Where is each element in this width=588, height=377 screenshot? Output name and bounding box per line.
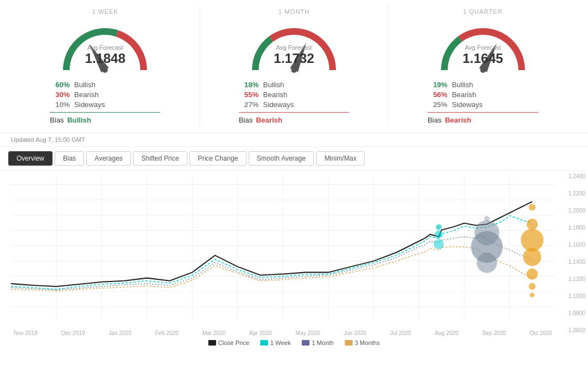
gauge-panel-quarter: 1 QUARTER Avg Forecast 1.1645 19% Bul: [388, 6, 577, 127]
avg-label-month: Avg Forecast: [274, 44, 314, 51]
sideways-pct-quarter: 25%: [428, 100, 448, 109]
y-axis-label: 1.1800: [558, 225, 585, 231]
divider-week: [50, 112, 160, 113]
gauge-title-week: 1 WEEK: [92, 8, 119, 15]
bullish-label-month: Bullish: [263, 81, 284, 89]
legend-label: 1 Week: [270, 339, 291, 346]
bias-label-week: Bias: [50, 116, 64, 124]
legend-color-box: [345, 340, 353, 346]
gauge-panel-week: 1 WEEK Avg Forecast 1.1848 60% Bullis: [11, 6, 200, 127]
bearish-pct-week: 30%: [50, 91, 70, 99]
divider-quarter: [428, 112, 538, 113]
bearish-pct-quarter: 56%: [428, 91, 448, 99]
x-axis-label: Oct 2020: [529, 330, 552, 336]
bias-word-quarter: Bearish: [445, 116, 471, 124]
tab-smooth-average[interactable]: Smooth Average: [249, 151, 314, 166]
legend-item-3-months: 3 Months: [345, 339, 380, 346]
svg-point-38: [529, 283, 536, 290]
gauge-title-quarter: 1 QUARTER: [463, 8, 503, 15]
tab-shifted-price[interactable]: Shifted Price: [133, 151, 187, 166]
avg-value-quarter: 1.1645: [463, 51, 503, 66]
bias-word-week: Bullish: [67, 116, 91, 124]
svg-point-37: [527, 268, 538, 280]
divider-month: [239, 112, 349, 113]
x-axis-label: Nov 2019: [14, 330, 38, 336]
y-axis: 1.24001.22001.20001.18001.16001.14001.12…: [555, 171, 588, 336]
x-axis-label: Jan 2020: [109, 330, 132, 336]
x-axis-label: May 2020: [296, 330, 320, 336]
svg-point-33: [529, 204, 536, 210]
bearish-label-week: Bearish: [74, 91, 98, 99]
y-axis-label: 1.1600: [558, 242, 585, 248]
legend-item-close-price: Close Price: [208, 339, 249, 346]
bullish-pct-month: 18%: [239, 81, 259, 89]
tab-averages[interactable]: Averages: [86, 151, 130, 166]
bullish-label-quarter: Bullish: [452, 81, 473, 89]
legend-bar: Close Price1 Week1 Month3 Months: [0, 336, 588, 349]
svg-point-34: [527, 219, 538, 230]
sideways-label-month: Sideways: [263, 100, 294, 109]
svg-point-32: [477, 253, 497, 273]
top-section: 1 WEEK Avg Forecast 1.1848 60% Bullis: [0, 0, 588, 133]
x-axis: Nov 2019Dec 2019Jan 2020Feb 2020Mar 2020…: [11, 330, 555, 336]
tab-bias[interactable]: Bias: [55, 151, 84, 166]
svg-point-39: [530, 293, 534, 297]
x-axis-label: Dec 2019: [61, 330, 85, 336]
avg-label-quarter: Avg Forecast: [463, 44, 503, 51]
tab-overview[interactable]: Overview: [8, 151, 53, 166]
legend-color-box: [260, 340, 268, 346]
sideways-label-week: Sideways: [74, 100, 105, 109]
svg-point-5: [480, 67, 486, 73]
chart-svg: [11, 173, 555, 326]
x-axis-label: Mar 2020: [202, 330, 225, 336]
x-axis-label: Sep 2020: [482, 330, 506, 336]
y-axis-label: 1.0600: [558, 327, 585, 333]
sideways-pct-month: 27%: [239, 100, 259, 109]
svg-point-3: [291, 67, 297, 73]
legend-item-1-week: 1 Week: [260, 339, 291, 346]
svg-point-26: [436, 224, 442, 230]
gauge-panel-month: 1 MONTH Avg Forecast 1.1732 18% Bulli: [200, 6, 389, 127]
y-axis-label: 1.0800: [558, 310, 585, 316]
svg-point-28: [434, 239, 444, 249]
updated-bar: Updated Aug 7, 15:00 GMT: [0, 133, 588, 147]
legend-item-1-month: 1 Month: [302, 339, 334, 346]
y-axis-label: 1.2400: [558, 173, 585, 179]
x-axis-label: Apr 2020: [249, 330, 272, 336]
x-axis-label: Jun 2020: [344, 330, 366, 336]
y-axis-label: 1.2000: [558, 208, 585, 214]
bias-label-quarter: Bias: [428, 116, 442, 124]
gauge-title-month: 1 MONTH: [279, 8, 310, 15]
tab-minim-max[interactable]: Minim/Max: [316, 151, 365, 166]
legend-color-box: [302, 340, 309, 346]
avg-label-week: Avg Forecast: [85, 44, 125, 51]
sideways-pct-week: 10%: [50, 100, 70, 109]
bearish-pct-month: 55%: [239, 91, 259, 99]
svg-point-1: [102, 67, 108, 73]
bullish-pct-week: 60%: [50, 81, 70, 89]
bullish-pct-quarter: 19%: [428, 81, 448, 89]
bullish-label-week: Bullish: [74, 81, 95, 89]
bias-label-month: Bias: [239, 116, 253, 124]
legend-color-box: [208, 340, 216, 346]
y-axis-label: 1.1400: [558, 259, 585, 265]
bias-word-month: Bearish: [256, 116, 282, 124]
legend-label: Close Price: [218, 339, 249, 346]
bearish-label-month: Bearish: [263, 91, 287, 99]
updated-text: Updated Aug 7, 15:00 GMT: [11, 136, 85, 143]
legend-label: 1 Month: [312, 339, 334, 346]
x-axis-label: Feb 2020: [155, 330, 179, 336]
y-axis-label: 1.1000: [558, 293, 585, 299]
legend-label: 3 Months: [355, 339, 380, 346]
sideways-label-quarter: Sideways: [452, 100, 483, 109]
svg-point-36: [523, 248, 542, 266]
avg-value-month: 1.1732: [274, 51, 314, 66]
y-axis-label: 1.2200: [558, 190, 585, 197]
chart-area: 1.24001.22001.20001.18001.16001.14001.12…: [0, 171, 588, 336]
tab-price-change[interactable]: Price Change: [190, 151, 246, 166]
svg-point-27: [435, 231, 443, 238]
y-axis-label: 1.1200: [558, 276, 585, 282]
tabs-bar: OverviewBiasAveragesShifted PricePrice C…: [0, 147, 588, 171]
bearish-label-quarter: Bearish: [452, 91, 476, 99]
avg-value-week: 1.1848: [85, 51, 125, 66]
